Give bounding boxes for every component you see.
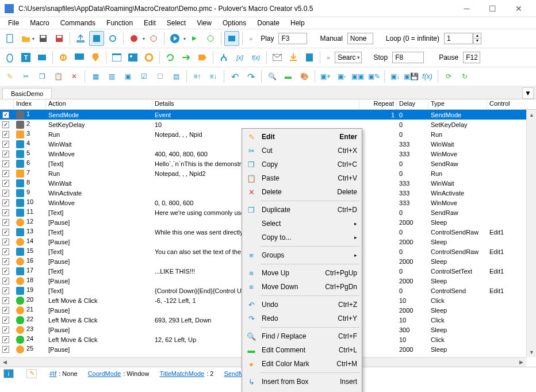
row-checkbox[interactable]: [2, 239, 9, 245]
pause-cmd-icon[interactable]: [56, 50, 71, 65]
var-cmd-icon[interactable]: [x]: [232, 50, 247, 65]
uncheck-sel-icon[interactable]: ☐: [152, 69, 167, 84]
menu-edit[interactable]: Edit: [139, 18, 160, 28]
row-checkbox[interactable]: [2, 151, 9, 157]
close-button[interactable]: ✕: [506, 1, 531, 17]
image-cmd-icon[interactable]: [125, 50, 140, 65]
play-hotkey-input[interactable]: [278, 33, 307, 44]
ctx-redo[interactable]: ↷RedoCtrl+Y: [243, 312, 361, 325]
ctx-edit-comment[interactable]: ▬Edit CommentCtrl+L: [243, 343, 361, 357]
reload-icon[interactable]: ↻: [457, 69, 472, 84]
move-down-icon[interactable]: ≡↓: [206, 69, 221, 84]
ctx-move-down[interactable]: ≡Move DownCtrl+PgDn: [243, 280, 361, 294]
save-button[interactable]: [36, 31, 51, 46]
zip-cmd-icon[interactable]: [302, 50, 317, 65]
pause-hotkey-input[interactable]: [463, 52, 480, 63]
if-cmd-icon[interactable]: [216, 50, 231, 65]
mouse-cmd-icon[interactable]: [2, 50, 17, 65]
menu-commands[interactable]: Commands: [56, 18, 100, 28]
cut-icon[interactable]: ✂: [18, 69, 33, 84]
delete-icon[interactable]: ✕: [67, 69, 82, 84]
ctx-undo[interactable]: ↶UndoCtrl+Z: [243, 298, 361, 312]
edit-icon[interactable]: ✎: [2, 69, 17, 84]
record-button[interactable]: [127, 31, 141, 46]
scroll-right-icon[interactable]: ▶: [516, 358, 526, 367]
save-as-button[interactable]: [52, 31, 67, 46]
ctx-paste[interactable]: 📋PasteCtrl+V: [243, 171, 361, 185]
func-cmd-icon[interactable]: f(x): [248, 50, 263, 65]
select-all-icon[interactable]: ▦: [88, 69, 103, 84]
ctx-groups[interactable]: ≡Groups: [243, 248, 361, 262]
row-checkbox[interactable]: [2, 141, 9, 148]
ctx-edit-color-mark[interactable]: ●Edit Color MarkCtrl+M: [243, 357, 361, 371]
col-control[interactable]: Control: [487, 99, 533, 109]
open-button[interactable]: [18, 31, 33, 46]
col-details[interactable]: Details: [152, 99, 359, 109]
menu-help[interactable]: Help: [286, 18, 309, 28]
copy-icon[interactable]: ❐: [35, 69, 49, 84]
tab-basicdemo[interactable]: BasicDemo: [2, 88, 52, 99]
ctx-copy-to-[interactable]: Copy to...: [243, 230, 361, 244]
options-button[interactable]: [105, 31, 120, 46]
row-checkbox[interactable]: [2, 180, 9, 187]
row-checkbox[interactable]: [2, 209, 9, 216]
control-cmd-icon[interactable]: [35, 50, 49, 65]
export-button[interactable]: [73, 31, 88, 46]
row-checkbox[interactable]: [2, 112, 9, 118]
row-checkbox[interactable]: [2, 346, 9, 353]
col-action[interactable]: Action: [46, 99, 152, 109]
row-checkbox[interactable]: [2, 248, 9, 255]
row-checkbox[interactable]: [2, 336, 9, 343]
play-step-button[interactable]: [187, 31, 202, 46]
row-checkbox[interactable]: [2, 121, 9, 128]
scroll-up-icon[interactable]: ▲: [527, 110, 536, 120]
paste-icon[interactable]: 📋: [51, 69, 66, 84]
scroll-left-icon[interactable]: ◀: [0, 358, 10, 367]
new-button[interactable]: [2, 31, 17, 46]
tab-dup-icon[interactable]: ▣▣: [350, 69, 365, 84]
import-icon[interactable]: ▣↓: [388, 69, 403, 84]
ctx-find-replace[interactable]: 🔍Find / ReplaceCtrl+F: [243, 329, 361, 343]
goto-cmd-icon[interactable]: [179, 50, 194, 65]
run-cmd-icon[interactable]: [141, 50, 156, 65]
timer-button[interactable]: [224, 31, 239, 46]
ctx-duplicate[interactable]: ❐DuplicateCtrl+D: [243, 203, 361, 217]
record-options-button[interactable]: [146, 31, 161, 46]
row-checkbox[interactable]: [2, 326, 9, 333]
maximize-button[interactable]: ☐: [480, 1, 506, 17]
col-check[interactable]: [0, 99, 14, 109]
loop-up[interactable]: ▲: [473, 33, 481, 39]
color-icon[interactable]: 🎨: [297, 69, 312, 84]
row-checkbox[interactable]: [2, 278, 9, 285]
menu-macro[interactable]: Macro: [25, 18, 53, 28]
save-macro-icon[interactable]: ▣💾: [404, 69, 419, 84]
comment-icon[interactable]: ▬: [281, 69, 296, 84]
func-lib-icon[interactable]: f(x): [420, 69, 435, 84]
col-index[interactable]: Index: [14, 99, 46, 109]
row-checkbox[interactable]: [2, 258, 9, 265]
row-checkbox[interactable]: [2, 307, 9, 314]
redo-icon[interactable]: ↷: [243, 69, 258, 84]
ctx-insert-from-box[interactable]: ↳Insert from BoxInsert: [243, 375, 361, 389]
tab-edit-icon[interactable]: ▣✎: [366, 69, 381, 84]
ctx-move-up[interactable]: ≡Move UpCtrl+PgUp: [243, 266, 361, 280]
menu-donate[interactable]: Donate: [252, 18, 284, 28]
row-checkbox[interactable]: [2, 317, 9, 324]
play-options-button[interactable]: [203, 31, 218, 46]
menu-file[interactable]: File: [3, 18, 24, 28]
ctx-insert-keystroke[interactable]: ⌨Insert KeystrokeCtrl+Insert: [243, 389, 361, 392]
row-checkbox[interactable]: [2, 297, 9, 304]
label-cmd-icon[interactable]: [195, 50, 210, 65]
ctx-edit[interactable]: ✎EditEnter: [243, 130, 361, 144]
ctx-cut[interactable]: ✂CutCtrl+X: [243, 144, 361, 157]
email-cmd-icon[interactable]: [270, 50, 285, 65]
row-checkbox[interactable]: [2, 219, 9, 226]
col-repeat[interactable]: Repeat: [359, 99, 397, 109]
text-cmd-icon[interactable]: T: [18, 50, 33, 65]
select-none-icon[interactable]: ▥: [104, 69, 119, 84]
menu-select[interactable]: Select: [162, 18, 190, 28]
minimize-button[interactable]: ─: [454, 1, 480, 17]
row-checkbox[interactable]: [2, 287, 9, 294]
ctx-delete[interactable]: ✕DeleteDelete: [243, 185, 361, 199]
tabs-dropdown[interactable]: ▼: [522, 87, 534, 99]
